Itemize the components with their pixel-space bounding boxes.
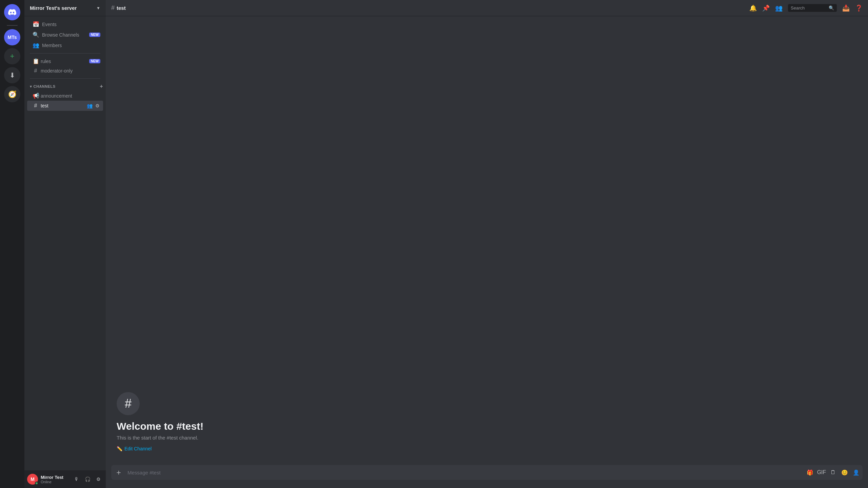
- message-input[interactable]: [127, 466, 804, 479]
- sidebar-divider-1: [30, 53, 100, 54]
- messages-area: # Welcome to #test! This is the start of…: [106, 16, 868, 465]
- topbar: # test 🔔 📌 👥 🔍 📥 ❓: [106, 0, 868, 16]
- add-channel-button[interactable]: +: [100, 83, 103, 89]
- channel-item-test[interactable]: # test 👥 ⚙: [27, 101, 103, 111]
- search-container: 🔍: [788, 4, 837, 12]
- explore-button[interactable]: 🧭: [4, 86, 20, 102]
- topbar-hash-icon: #: [111, 4, 115, 12]
- moderator-only-label: moderator-only: [41, 68, 73, 74]
- chat-area: # Welcome to #test! This is the start of…: [106, 16, 868, 488]
- channels-section-label: CHANNELS: [34, 84, 56, 88]
- message-actions: 🎁 GIF 🗒 😊 👤: [805, 467, 861, 477]
- help-icon[interactable]: ❓: [855, 4, 863, 12]
- main-content: # test 🔔 📌 👥 🔍 📥 ❓ # Welcome to #test! T…: [106, 0, 868, 488]
- server-button-mirror-test[interactable]: MTs: [4, 29, 20, 45]
- sidebar-item-browse-channels[interactable]: 🔍 Browse Channels NEW: [27, 29, 103, 40]
- edit-icon: ✏️: [117, 446, 122, 451]
- channel-item-rules[interactable]: 📋 rules NEW: [27, 56, 103, 66]
- welcome-description: This is the start of the #test channel.: [117, 435, 857, 441]
- rules-channel-icon: 📋: [33, 58, 39, 64]
- edit-channel-link[interactable]: ✏️ Edit Channel: [117, 446, 857, 451]
- user-panel: M Mirror Test Online 🎙 🎧 ⚙: [24, 470, 106, 488]
- settings-icon: ⚙: [96, 476, 101, 482]
- channels-section-chevron: ▾: [30, 84, 32, 89]
- browse-channels-badge: NEW: [89, 33, 100, 37]
- hash-icon-test: #: [33, 103, 39, 109]
- edit-channel-label: Edit Channel: [124, 446, 152, 451]
- sidebar: Mirror Test's server ▼ 📅 Events 🔍 Browse…: [24, 0, 106, 488]
- members-list-icon[interactable]: 👥: [775, 4, 783, 12]
- welcome-channel-icon: #: [117, 392, 140, 415]
- compass-icon: 🧭: [8, 90, 17, 98]
- hash-icon-mod: #: [33, 68, 39, 74]
- threads-icon[interactable]: 🔔: [749, 4, 757, 12]
- message-input-wrapper: ＋ 🎁 GIF 🗒 😊: [111, 465, 863, 480]
- search-input[interactable]: [788, 4, 837, 12]
- rules-badge: NEW: [89, 59, 100, 63]
- gift-icon: 🎁: [807, 469, 813, 476]
- message-add-button[interactable]: ＋: [111, 465, 126, 480]
- inbox-icon[interactable]: 📥: [842, 4, 850, 12]
- user-status-text: Online: [41, 480, 69, 484]
- download-button[interactable]: ⬇: [4, 67, 20, 83]
- add-attachment-icon: ＋: [115, 467, 122, 477]
- rules-channel-label: rules: [41, 59, 51, 64]
- discord-home-button[interactable]: [4, 4, 20, 20]
- gift-button[interactable]: 🎁: [805, 467, 815, 477]
- test-channel-label: test: [41, 103, 48, 108]
- events-label: Events: [42, 22, 57, 27]
- rail-divider: [7, 25, 18, 26]
- sidebar-item-events[interactable]: 📅 Events: [27, 19, 103, 29]
- welcome-section: # Welcome to #test! This is the start of…: [106, 387, 868, 460]
- mention-icon: 👤: [853, 469, 860, 476]
- user-actions: 🎙 🎧 ⚙: [72, 474, 103, 484]
- mention-button[interactable]: 👤: [851, 467, 861, 477]
- deafen-icon: 🎙: [74, 476, 79, 482]
- members-label: Members: [42, 43, 62, 48]
- add-server-button[interactable]: +: [4, 48, 20, 64]
- sticker-button[interactable]: 🗒: [828, 467, 838, 477]
- announcement-channel-label: announcement: [41, 93, 72, 99]
- emoji-button[interactable]: 😊: [840, 467, 850, 477]
- channel-item-announcement[interactable]: 📢 announcement: [27, 91, 103, 101]
- sidebar-item-members[interactable]: 👥 Members: [27, 40, 103, 50]
- user-info: Mirror Test Online: [41, 475, 69, 484]
- channels-section-header[interactable]: ▾ CHANNELS +: [24, 81, 106, 91]
- events-icon: 📅: [33, 21, 39, 27]
- channel-test-actions: 👥 ⚙: [86, 102, 100, 109]
- channel-item-moderator-only[interactable]: # moderator-only: [27, 66, 103, 76]
- user-avatar: M: [27, 474, 38, 485]
- gif-button[interactable]: GIF: [816, 467, 827, 477]
- plus-icon: +: [10, 52, 15, 61]
- headset-icon: 🎧: [85, 476, 91, 482]
- user-settings-button[interactable]: ⚙: [94, 474, 103, 484]
- channel-settings-button[interactable]: ⚙: [95, 102, 100, 109]
- user-avatar-initials: M: [31, 476, 35, 482]
- gif-icon: GIF: [817, 469, 826, 475]
- members-icon: 👥: [33, 42, 39, 48]
- message-input-area: ＋ 🎁 GIF 🗒 😊: [106, 465, 868, 488]
- topbar-actions: 🔔 📌 👥 🔍 📥 ❓: [749, 4, 863, 12]
- welcome-hash-symbol: #: [125, 396, 132, 411]
- announcement-icon: 📢: [33, 93, 39, 99]
- welcome-title: Welcome to #test!: [117, 421, 857, 432]
- sidebar-content: 📅 Events 🔍 Browse Channels NEW 👥 Members…: [24, 16, 106, 470]
- server-rail: MTs + ⬇ 🧭: [0, 0, 24, 488]
- emoji-icon: 😊: [841, 469, 848, 476]
- user-status-indicator: [35, 482, 38, 485]
- topbar-channel-info: # test: [111, 4, 126, 12]
- headset-button[interactable]: 🎧: [83, 474, 92, 484]
- sidebar-divider-2: [30, 78, 100, 79]
- server-dropdown-chevron: ▼: [96, 6, 100, 11]
- pinned-messages-icon[interactable]: 📌: [762, 4, 770, 12]
- user-name-text: Mirror Test: [41, 475, 69, 480]
- browse-channels-label: Browse Channels: [42, 32, 79, 38]
- server-name-header[interactable]: Mirror Test's server ▼: [24, 0, 106, 16]
- server-name-text: Mirror Test's server: [30, 5, 77, 11]
- deafen-button[interactable]: 🎙: [72, 474, 81, 484]
- download-icon: ⬇: [9, 71, 15, 79]
- channel-invite-button[interactable]: 👥: [86, 102, 93, 109]
- sticker-icon: 🗒: [830, 469, 836, 475]
- topbar-channel-name: test: [117, 5, 126, 11]
- browse-channels-icon: 🔍: [33, 32, 39, 38]
